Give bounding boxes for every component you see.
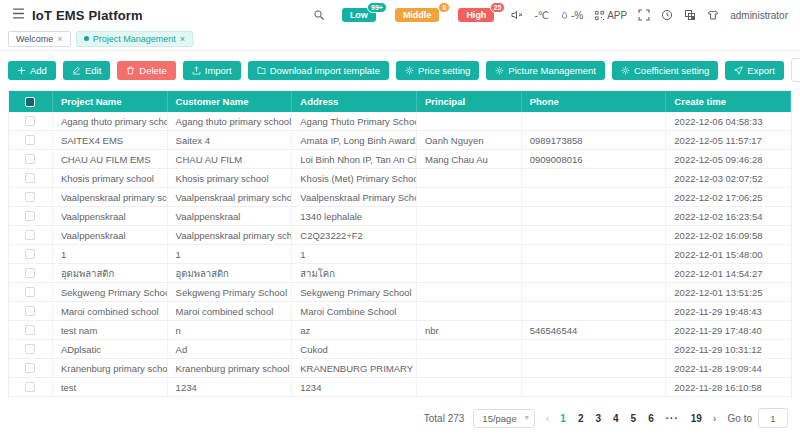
download-import-template-button[interactable]: Download import template: [248, 61, 389, 80]
row-checkbox[interactable]: [25, 211, 35, 221]
alarm-count-middle: 0: [438, 2, 450, 13]
row-checkbox[interactable]: [25, 363, 35, 373]
cell: [417, 169, 522, 187]
tab-project-management[interactable]: Project Management ×: [76, 31, 193, 47]
column-header-phone: Phone: [522, 91, 667, 112]
row-checkbox[interactable]: [25, 344, 35, 354]
table-row[interactable]: test123412342022-11-28 16:10:58: [9, 378, 791, 397]
table-row[interactable]: Maroi combined schoolMaroi combined scho…: [9, 302, 791, 321]
table-row[interactable]: 1112022-12-01 15:48:00: [9, 245, 791, 264]
price-setting-button[interactable]: Price setting: [396, 61, 479, 80]
page-number-2[interactable]: 2: [578, 413, 584, 424]
row-checkbox[interactable]: [25, 306, 35, 316]
user-menu[interactable]: administrator: [730, 10, 788, 21]
table-row[interactable]: SAITEX4 EMSSaitex 4Amata IP, Long Binh A…: [9, 131, 791, 150]
next-page-button[interactable]: ›: [711, 412, 719, 424]
page-number-5[interactable]: 5: [631, 413, 637, 424]
table-row[interactable]: Agang thuto primary schoolAgang thuto pr…: [9, 112, 791, 131]
import-button[interactable]: Import: [183, 61, 241, 80]
alarm-badge-high[interactable]: High 25: [458, 8, 494, 22]
table-row[interactable]: VaalppenskraalVaalppenskraal primary sch…: [9, 226, 791, 245]
cell: [417, 226, 522, 244]
table-row[interactable]: Sekgweng Primary SchoolSekgweng Primary …: [9, 283, 791, 302]
row-checkbox[interactable]: [25, 154, 35, 164]
page-number-19[interactable]: 19: [691, 413, 702, 424]
cell: [417, 245, 522, 263]
row-checkbox[interactable]: [25, 192, 35, 202]
menu-collapse-icon[interactable]: [12, 6, 25, 24]
row-checkbox[interactable]: [25, 287, 35, 297]
cell: Agang thuto primary school: [53, 112, 168, 130]
total-count: Total 273: [424, 413, 465, 424]
page-number-3[interactable]: 3: [595, 413, 601, 424]
mute-icon[interactable]: [511, 9, 523, 21]
cell: [417, 340, 522, 358]
close-icon[interactable]: ×: [180, 34, 185, 44]
table-row[interactable]: Khosis primary schoolKhosis primary scho…: [9, 169, 791, 188]
active-dot-icon: [84, 36, 89, 41]
picture-management-button[interactable]: Picture Management: [486, 61, 605, 80]
cell: [522, 245, 667, 263]
delete-button[interactable]: Delete: [117, 61, 175, 80]
alarm-badge-low[interactable]: Low 99+: [342, 8, 376, 22]
row-checkbox[interactable]: [25, 230, 35, 240]
row-checkbox[interactable]: [25, 116, 35, 126]
page-number-6[interactable]: 6: [648, 413, 654, 424]
table-row[interactable]: ADplsaticAdCukod2022-11-29 10:31:12: [9, 340, 791, 359]
cell: test: [53, 378, 168, 396]
app-qr-button[interactable]: APP: [594, 10, 627, 21]
cell: 2022-12-01 15:48:00: [666, 245, 791, 263]
cell: Cukod: [292, 340, 417, 358]
cell: Agang Thuto Primary School: [292, 112, 417, 130]
cell: 2022-11-29 17:48:40: [666, 321, 791, 339]
column-header-project-name: Project Name: [53, 91, 168, 112]
cell: [522, 188, 667, 206]
theme-shirt-icon[interactable]: [707, 9, 719, 21]
cell: SAITEX4 EMS: [53, 131, 168, 149]
select-all-checkbox[interactable]: [25, 97, 35, 107]
droplet-icon: [560, 10, 569, 21]
add-button[interactable]: Add: [8, 61, 56, 80]
export-button[interactable]: Export: [725, 61, 783, 80]
cell: [522, 359, 667, 377]
copy-docs-icon[interactable]: [684, 9, 696, 21]
coefficient-setting-button[interactable]: Coefficient setting: [612, 61, 718, 80]
cell: Kranenburg primary school: [53, 359, 168, 377]
clock-icon[interactable]: [661, 9, 673, 21]
row-checkbox[interactable]: [25, 268, 35, 278]
row-checkbox[interactable]: [25, 173, 35, 183]
page-number-4[interactable]: 4: [613, 413, 619, 424]
cell: KRANENBURG PRIMARY SCHOOL: [292, 359, 417, 377]
plus-icon: [17, 66, 26, 75]
search-icon[interactable]: [313, 9, 325, 21]
row-checkbox[interactable]: [25, 135, 35, 145]
table-row[interactable]: Vaalpenskraal primary schoolVaalpenskraa…: [9, 188, 791, 207]
prev-page-button[interactable]: ‹: [544, 412, 552, 424]
search-input[interactable]: [792, 65, 800, 76]
goto-page-input[interactable]: [758, 408, 788, 428]
page-size-select[interactable]: 15/page ▾: [473, 409, 534, 428]
page-number-1[interactable]: 1: [560, 413, 566, 424]
table-row[interactable]: VaalppenskraalVaalppenskraal1340 lephala…: [9, 207, 791, 226]
cell: Vaalppenskraal: [168, 207, 293, 225]
alarm-count-high: 25: [490, 2, 506, 13]
table-row[interactable]: test namnaznbr5465465442022-11-29 17:48:…: [9, 321, 791, 340]
table-row[interactable]: Kranenburg primary schoolKranenburg prim…: [9, 359, 791, 378]
tab-welcome[interactable]: Welcome ×: [8, 31, 71, 47]
edit-button[interactable]: Edit: [63, 61, 110, 80]
temperature-indicator[interactable]: -℃: [534, 10, 549, 21]
fullscreen-icon[interactable]: [638, 9, 650, 21]
row-checkbox[interactable]: [25, 249, 35, 259]
table-row[interactable]: อุดมพลาสติกอุดมพลาสติกสามโคก2022-12-01 1…: [9, 264, 791, 283]
alarm-count-low: 99+: [367, 2, 387, 13]
alarm-badge-middle[interactable]: Middle 0: [395, 8, 440, 22]
close-icon[interactable]: ×: [57, 34, 62, 44]
column-header-principal: Principal: [417, 91, 522, 112]
top-header: IoT EMS Platform Low 99+ Middle 0 High 2…: [0, 0, 800, 30]
humidity-indicator[interactable]: -%: [560, 10, 583, 21]
table-row[interactable]: CHAU AU FILM EMSCHAU AU FILMLoi Binh Nho…: [9, 150, 791, 169]
row-checkbox[interactable]: [25, 382, 35, 392]
cell: [522, 264, 667, 282]
folder-icon: [257, 66, 266, 75]
row-checkbox[interactable]: [25, 325, 35, 335]
